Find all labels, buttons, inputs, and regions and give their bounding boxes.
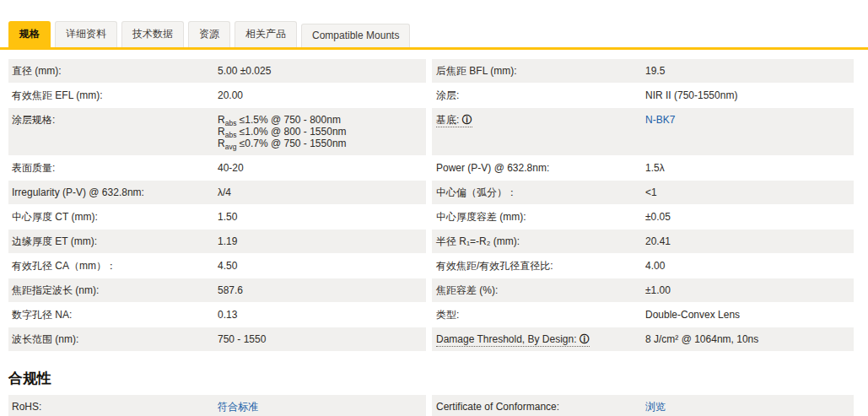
spec-value: 20.41: [645, 230, 854, 253]
spec-label: 涂层规格:: [8, 108, 218, 132]
spec-label: 焦距容差 (%):: [432, 278, 645, 302]
spec-label: 有效孔径 CA（mm）：: [8, 254, 218, 278]
spec-label: 涂层:: [432, 84, 645, 107]
spec-value: 4.50: [218, 254, 426, 278]
tab-related-products[interactable]: 相关产品: [235, 21, 297, 47]
spec-value: 8 J/cm² @ 1064nm, 10ns: [645, 327, 854, 351]
spec-label: 半径 R₁=-R₂ (mm):: [432, 230, 645, 253]
spec-row: 边缘厚度 ET (mm): 1.19 半径 R₁=-R₂ (mm): 20.41: [8, 230, 854, 253]
tab-details[interactable]: 详细资料: [55, 21, 117, 47]
spec-value: 750 - 1550: [218, 327, 426, 351]
spec-row: 有效焦距 EFL (mm): 20.00 涂层: NIR II (750-155…: [8, 84, 854, 107]
spec-label-substrate: 基底: ⓘ: [432, 108, 645, 132]
spec-row: 焦距指定波长 (nm): 587.6 焦距容差 (%): ±1.00: [8, 278, 854, 302]
compliance-row: RoHS: 符合标准 Certificate of Conformance: 浏…: [8, 395, 854, 416]
spec-label: 直径 (mm):: [8, 59, 218, 83]
compliance-table: RoHS: 符合标准 Certificate of Conformance: 浏…: [8, 395, 854, 416]
spec-value: ±1.00: [645, 278, 854, 302]
spec-value: Double-Convex Lens: [645, 303, 854, 327]
coc-label: Certificate of Conformance:: [432, 395, 645, 416]
spec-value-coating: Rabs ≤1.5% @ 750 - 800nm Rabs ≤1.0% @ 80…: [218, 108, 426, 155]
spec-value: 0.13: [218, 303, 426, 327]
spec-row: 直径 (mm): 5.00 ±0.025 后焦距 BFL (mm): 19.5: [8, 59, 854, 83]
tab-technical-data[interactable]: 技术数据: [121, 21, 184, 47]
spec-value: 40-20: [218, 156, 426, 180]
spec-value: 1.5λ: [645, 156, 854, 180]
spec-label: 中心厚度 CT (mm):: [8, 205, 218, 229]
spec-label: 后焦距 BFL (mm):: [432, 59, 645, 83]
spec-label: 中心厚度容差 (mm):: [432, 205, 645, 229]
spec-row: 中心厚度 CT (mm): 1.50 中心厚度容差 (mm): ±0.05: [8, 205, 854, 229]
tab-accent-underline: [0, 47, 868, 50]
spec-label: 有效焦距/有效孔径直径比:: [432, 254, 645, 278]
spec-label: 波长范围 (nm):: [8, 327, 218, 351]
spec-value: 19.5: [645, 59, 854, 83]
spec-value: ±0.05: [645, 205, 854, 229]
spec-label: Irregularity (P-V) @ 632.8nm:: [8, 181, 218, 204]
spec-label: 类型:: [432, 303, 645, 327]
spec-value: 20.00: [218, 84, 426, 107]
spec-value: 4.00: [645, 254, 854, 278]
spec-label-damage-threshold: Damage Threshold, By Design: ⓘ: [432, 327, 645, 351]
tab-compatible-mounts[interactable]: Compatible Mounts: [301, 24, 410, 47]
spec-label: 焦距指定波长 (nm):: [8, 278, 218, 302]
substrate-link[interactable]: N-BK7: [645, 114, 675, 126]
spec-row: Irregularity (P-V) @ 632.8nm: λ/4 中心偏（弧分…: [8, 181, 854, 204]
info-icon[interactable]: ⓘ: [580, 333, 590, 345]
rohs-link[interactable]: 符合标准: [218, 401, 258, 413]
spec-label: 有效焦距 EFL (mm):: [8, 84, 218, 107]
compliance-heading: 合规性: [8, 369, 854, 388]
spec-row: 有效孔径 CA（mm）： 4.50 有效焦距/有效孔径直径比: 4.00: [8, 254, 854, 278]
spec-label: 中心偏（弧分）：: [432, 181, 645, 204]
spec-value: 5.00 ±0.025: [218, 59, 426, 83]
spec-label: 边缘厚度 ET (mm):: [8, 230, 218, 253]
tab-bar: 规格 详细资料 技术数据 资源 相关产品 Compatible Mounts: [0, 0, 868, 50]
spec-row: 波长范围 (nm): 750 - 1550 Damage Threshold, …: [8, 327, 854, 351]
coc-link[interactable]: 浏览: [645, 401, 666, 413]
spec-table: 直径 (mm): 5.00 ±0.025 后焦距 BFL (mm): 19.5 …: [8, 59, 854, 351]
spec-label: Power (P-V) @ 632.8nm:: [432, 156, 645, 180]
spec-value: 587.6: [218, 278, 426, 302]
spec-value: NIR II (750-1550nm): [645, 84, 854, 107]
spec-value: <1: [645, 181, 854, 204]
spec-row: 数字孔径 NA: 0.13 类型: Double-Convex Lens: [8, 303, 854, 327]
rohs-label: RoHS:: [8, 395, 218, 416]
spec-value: λ/4: [218, 181, 426, 204]
spec-row: 涂层规格: Rabs ≤1.5% @ 750 - 800nm Rabs ≤1.0…: [8, 108, 854, 155]
spec-row: 表面质量: 40-20 Power (P-V) @ 632.8nm: 1.5λ: [8, 156, 854, 180]
spec-value: 1.19: [218, 230, 426, 253]
info-icon[interactable]: ⓘ: [462, 114, 472, 126]
tab-specs[interactable]: 规格: [8, 21, 51, 47]
spec-label: 数字孔径 NA:: [8, 303, 218, 327]
spec-value: 1.50: [218, 205, 426, 229]
spec-label: 表面质量:: [8, 156, 218, 180]
tab-resources[interactable]: 资源: [188, 21, 230, 47]
